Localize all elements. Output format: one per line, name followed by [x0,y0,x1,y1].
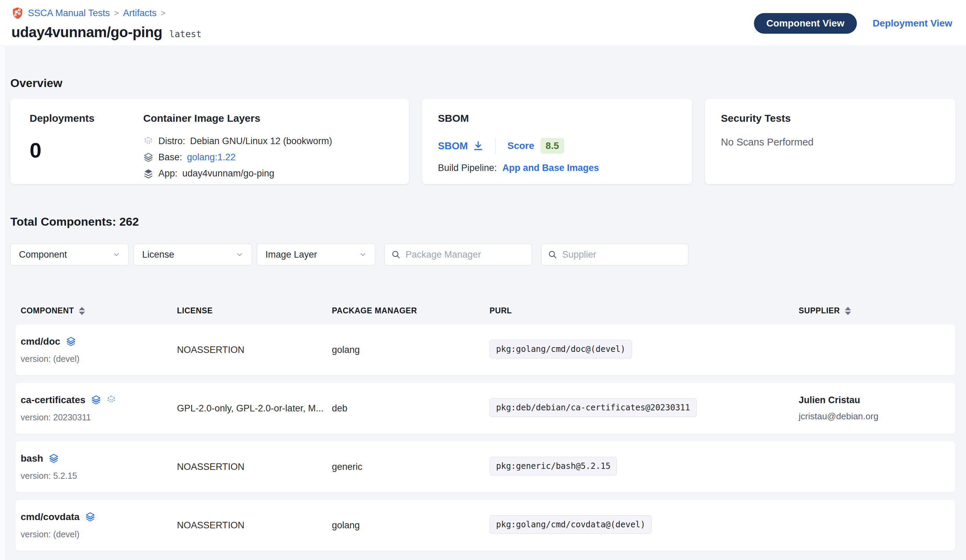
breadcrumb-separator: > [114,8,119,18]
column-label: SUPPLIER [799,306,840,315]
page-title: uday4vunnam/go-ping [12,24,163,41]
artifact-tag: latest [169,29,202,39]
package-manager-cell: golang [332,345,490,355]
security-tests-card: Security Tests No Scans Performed [705,99,955,184]
column-label: LICENSE [177,306,213,315]
sbom-download-label: SBOM [438,140,468,152]
breadcrumb-separator: > [161,8,166,18]
layers-solid-icon [143,169,154,179]
ssca-shield-icon [12,7,24,19]
deployments-label: Deployments [30,113,143,124]
table-row[interactable]: cmd/covdata version: (devel) NOASSERTION… [15,500,955,551]
component-name: cmd/covdata [21,511,79,522]
column-header-supplier: SUPPLIER [799,306,955,315]
package-manager-cell: golang [332,520,490,531]
deployment-view-button[interactable]: Deployment View [873,18,952,29]
overview-heading: Overview [10,46,955,90]
chevron-down-icon [235,250,244,259]
search-icon [548,250,557,259]
supplier-search-input[interactable] [562,249,682,260]
sbom-score-label: Score [508,140,534,151]
sort-supplier-button[interactable] [845,307,851,315]
package-manager-search [384,244,532,265]
divider [495,138,496,154]
component-layer-icons [49,454,59,464]
layer-base: Base: golang:1.22 [143,152,332,163]
base-image-link[interactable]: golang:1.22 [187,152,235,163]
security-tests-status: No Scans Performed [721,137,940,148]
purl-chip: pkg:generic/bash@5.2.15 [490,457,617,475]
sbom-download-link[interactable]: SBOM [438,140,484,152]
layers-icon [49,454,59,464]
container-image-layers-label: Container Image Layers [143,113,332,124]
layers-icon [143,152,154,163]
layer-app: App: uday4vunnam/go-ping [143,168,332,179]
package-manager-cell: deb [332,403,490,414]
security-tests-title: Security Tests [721,113,940,124]
component-name: cmd/doc [21,336,60,347]
component-version: version: 20230311 [21,413,177,422]
component-filter-select[interactable]: Component [10,244,129,265]
table-row[interactable]: cmd/doc version: (devel) NOASSERTION gol… [15,324,955,375]
license-cell: NOASSERTION [177,345,332,355]
table-row[interactable]: ca-certificates version: 20230311 GPL-2.… [15,383,955,434]
layers-icon [91,395,101,405]
layers-icon [66,336,76,347]
purl-chip: pkg:deb/debian/ca-certificates@20230311 [490,398,697,417]
image-layer-filter-select[interactable]: Image Layer [257,244,375,265]
components-table-header: COMPONENT LICENSE PACKAGE MANAGER PURL S… [15,306,955,324]
download-icon [473,140,484,151]
sbom-card-title: SBOM [438,113,676,124]
sbom-card: SBOM SBOM Score 8.5 Build Pipeline: App … [422,99,692,184]
component-layer-icons [85,512,95,522]
component-version: version: 5.2.15 [21,471,177,481]
image-layer-filter-label: Image Layer [265,249,317,260]
chevron-down-icon [112,250,121,259]
layers-dashed-icon [143,136,154,147]
layer-app-label: App: [158,168,177,179]
layer-distro: Distro: Debian GNU/Linux 12 (bookworm) [143,136,332,147]
breadcrumb-artifacts-link[interactable]: Artifacts [123,8,157,18]
overview-cards: Deployments 0 Container Image Layers Dis… [10,99,955,184]
supplier-email: jcristau@debian.org [799,411,955,422]
purl-chip: pkg:golang/cmd/covdata@(devel) [490,515,652,534]
component-version: version: (devel) [21,354,177,364]
package-manager-cell: generic [332,462,490,472]
table-row[interactable]: bash version: 5.2.15 NOASSERTION generic… [15,441,955,492]
column-label: PURL [490,306,512,315]
license-filter-label: License [142,249,174,260]
license-cell: NOASSERTION [177,520,332,531]
layers-icon [85,512,95,522]
license-filter-select[interactable]: License [133,244,252,265]
sbom-score-badge: 8.5 [540,138,564,154]
column-header-package-manager: PACKAGE MANAGER [332,306,490,315]
layer-distro-label: Distro: [158,136,185,147]
component-view-button[interactable]: Component View [754,13,857,34]
license-cell: NOASSERTION [177,462,332,472]
page-gutter [0,46,5,560]
components-table-body: cmd/doc version: (devel) NOASSERTION gol… [15,324,955,551]
component-name: ca-certificates [21,395,85,406]
search-icon [391,250,401,259]
column-header-license: LICENSE [177,306,332,315]
package-manager-search-input[interactable] [406,249,525,260]
layer-base-label: Base: [158,152,182,163]
purl-chip: pkg:golang/cmd/doc@(devel) [490,340,632,359]
chevron-down-icon [358,250,367,259]
breadcrumb-project-link[interactable]: SSCA Manual Tests [28,8,110,18]
view-toggle: Component View Deployment View [754,13,952,34]
layer-distro-value: Debian GNU/Linux 12 (bookworm) [190,136,332,147]
layer-app-value: uday4vunnam/go-ping [182,168,274,179]
component-version: version: (devel) [21,529,177,539]
sort-component-button[interactable] [79,307,85,315]
deployments-layers-card: Deployments 0 Container Image Layers Dis… [10,99,409,184]
supplier-name: Julien Cristau [799,395,955,406]
column-label: PACKAGE MANAGER [332,306,417,315]
supplier-search [541,244,688,265]
page-header: SSCA Manual Tests > Artifacts > uday4vun… [0,0,966,46]
component-layer-icons [66,336,76,347]
total-components-heading: Total Components: 262 [10,184,955,228]
build-pipeline-label: Build Pipeline: [438,163,497,174]
filters-bar: Component License Image Layer [10,244,955,265]
build-pipeline-link[interactable]: App and Base Images [502,163,599,174]
